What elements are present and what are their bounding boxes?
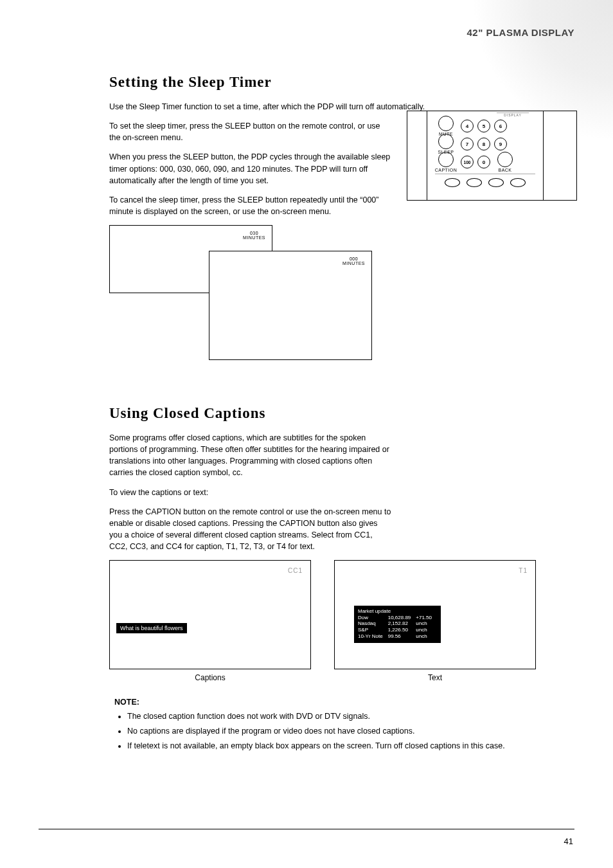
footer-rule	[39, 829, 574, 829]
section-title-captions: Using Closed Captions	[109, 405, 578, 422]
caption-mode-cc1: CC1	[288, 567, 303, 574]
caption-screen-t1: T1 Market update Dow10,628.89+71.50 Nasd…	[334, 560, 536, 669]
note-item-3: If teletext is not available, an empty b…	[127, 740, 577, 752]
table-row: 10-Yr Note99.56unch	[358, 633, 437, 640]
main-content: Setting the Sleep Timer Use the Sleep Ti…	[109, 74, 578, 755]
table-row: Nasdaq2,152.82unch	[358, 620, 437, 627]
market-title: Market update	[358, 608, 437, 615]
caption-subtitle-text: What is beautiful flowers	[116, 623, 187, 633]
caption-figures-row: CC1 What is beautiful flowers Captions T…	[109, 560, 578, 682]
osd-value-000: 000	[350, 257, 358, 261]
sleep-para4: To cancel the sleep timer, press the SLE…	[109, 194, 392, 217]
sleep-screen-000: 000 MINUTES	[209, 251, 372, 360]
table-row: Dow10,628.89+71.50	[358, 615, 437, 621]
sleep-para2: To set the sleep timer, press the SLEEP …	[109, 120, 392, 143]
cc-para1: Some programs offer closed captions, whi…	[109, 432, 392, 479]
teletext-market-update: Market update Dow10,628.89+71.50 Nasdaq2…	[354, 606, 441, 643]
caption-mode-t1: T1	[519, 567, 528, 574]
table-row: S&P1,226.50unch	[358, 627, 437, 633]
note-block: NOTE: The closed caption function does n…	[114, 698, 577, 752]
sleep-para3: When you press the SLEEP button, the PDP…	[109, 151, 392, 186]
cc-para2: To view the captions or text:	[109, 487, 392, 498]
caption-figure-left: CC1 What is beautiful flowers Captions	[109, 560, 311, 682]
cc-para3: Press the CAPTION button on the remote c…	[109, 506, 392, 553]
document-header: 42" PLASMA DISPLAY	[466, 27, 574, 38]
sleep-timer-figures: 030 MINUTES 000 MINUTES	[109, 225, 578, 366]
osd-label-minutes-b: MINUTES	[342, 261, 365, 266]
note-label: NOTE:	[114, 698, 577, 707]
osd-label-minutes-a: MINUTES	[243, 235, 265, 240]
figure-caption-captions: Captions	[195, 673, 225, 682]
caption-screen-cc1: CC1 What is beautiful flowers	[109, 560, 311, 669]
sleep-para1: Use the Sleep Timer function to set a ti…	[109, 101, 578, 113]
caption-figure-right: T1 Market update Dow10,628.89+71.50 Nasd…	[334, 560, 536, 682]
figure-caption-text: Text	[428, 673, 442, 682]
note-item-2: No captions are displayed if the program…	[127, 725, 577, 737]
note-item-1: The closed caption function does not wor…	[127, 710, 577, 722]
osd-value-030: 030	[250, 231, 258, 235]
section-title-sleep: Setting the Sleep Timer	[109, 74, 578, 91]
page-number: 41	[564, 836, 573, 846]
market-table: Dow10,628.89+71.50 Nasdaq2,152.82unch S&…	[358, 615, 437, 639]
